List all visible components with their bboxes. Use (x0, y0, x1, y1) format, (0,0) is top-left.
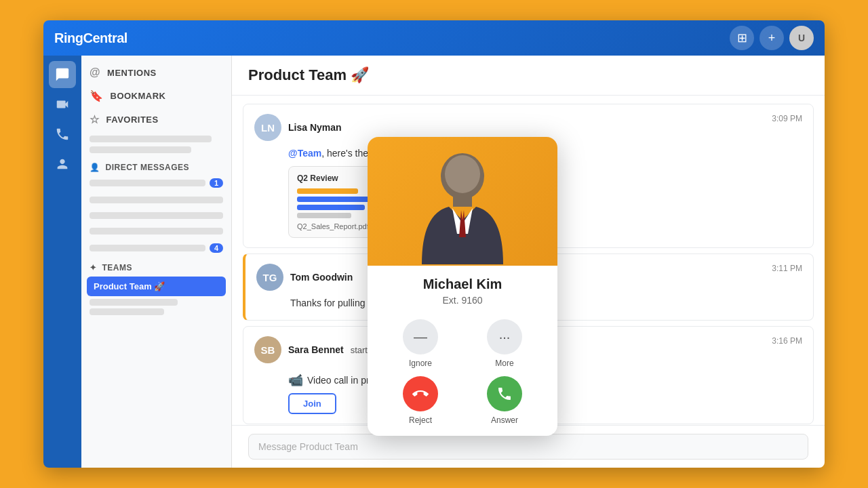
tom-avatar: TG (256, 264, 283, 291)
answer-action[interactable]: Answer (487, 376, 522, 425)
dm-item-1[interactable]: 1 (81, 175, 231, 191)
nav-messages[interactable] (49, 61, 76, 88)
dm-item-3[interactable] (81, 209, 231, 222)
dm-placeholder-4 (90, 228, 223, 235)
icon-nav (43, 56, 81, 468)
body: @ MENTIONS 🔖 BOOKMARK ☆ FAVORITES 👤 DIRE… (43, 56, 825, 468)
ignore-label: Ignore (409, 359, 432, 368)
app-window: RingCentral ⊞ + U @ M (43, 20, 825, 468)
nav-phone[interactable] (49, 121, 76, 148)
svg-point-2 (445, 155, 480, 193)
mentions-icon: @ (90, 66, 100, 79)
team-placeholder-2 (90, 308, 164, 315)
sidebar-placeholder-1 (90, 136, 212, 142)
caller-name: Michael Kim (378, 277, 547, 292)
mention-tag: @Team (288, 148, 321, 159)
teams-icon: ✦ (90, 263, 97, 272)
dm-placeholder-5 (90, 245, 205, 251)
header: RingCentral ⊞ + U (43, 20, 825, 56)
reject-action[interactable]: Reject (403, 376, 438, 425)
call-actions-row2: Reject Answer (368, 373, 557, 436)
dm-item-5[interactable]: 4 (81, 240, 231, 256)
team-placeholder-1 (90, 299, 178, 306)
join-button[interactable]: Join (288, 393, 336, 414)
page-title: Product Team 🚀 (248, 66, 808, 84)
reject-button[interactable] (403, 376, 438, 411)
dm-placeholder-3 (90, 212, 223, 219)
ignore-button[interactable]: — (403, 319, 438, 354)
sidebar: @ MENTIONS 🔖 BOOKMARK ☆ FAVORITES 👤 DIRE… (81, 56, 232, 468)
call-info: Michael Kim Ext. 9160 (368, 266, 557, 311)
team-product-label: Product Team 🚀 (94, 281, 165, 291)
logo: RingCentral (54, 30, 730, 46)
tom-message-header: TG Tom Goodwin (256, 264, 353, 291)
sara-time: 3:16 PM (772, 336, 802, 346)
dm-badge-5: 4 (210, 243, 223, 253)
dm-badge-1: 1 (210, 178, 223, 188)
svg-rect-1 (453, 193, 472, 207)
lisa-sender: Lisa Nyman (288, 122, 342, 133)
lisa-message-header: LN Lisa Nyman (254, 114, 342, 141)
caller-photo (368, 137, 557, 266)
add-button[interactable]: + (760, 26, 784, 50)
dm-item-2[interactable] (81, 193, 231, 207)
team-product[interactable]: Product Team 🚀 (87, 277, 226, 296)
sidebar-item-bookmark[interactable]: 🔖 BOOKMARK (81, 84, 231, 108)
bookmark-icon: 🔖 (90, 89, 104, 102)
sidebar-placeholder-2 (90, 146, 191, 153)
direct-messages-section: 👤 DIRECT MESSAGES (81, 156, 231, 175)
incoming-call-overlay: Michael Kim Ext. 9160 — Ignore ··· More (368, 137, 557, 436)
sidebar-item-favorites[interactable]: ☆ FAVORITES (81, 108, 231, 131)
message-input[interactable]: Message Product Team (248, 434, 808, 460)
more-button[interactable]: ··· (487, 319, 522, 354)
bar-gray (297, 213, 351, 218)
answer-label: Answer (491, 415, 518, 425)
more-action[interactable]: ··· More (487, 319, 522, 368)
more-label: More (495, 359, 513, 368)
dm-icon: 👤 (90, 163, 100, 172)
teams-section: ✦ TEAMS (81, 256, 231, 275)
answer-button[interactable] (487, 376, 522, 411)
ignore-action[interactable]: — Ignore (403, 319, 438, 368)
dm-placeholder-1 (90, 180, 205, 186)
nav-video[interactable] (49, 91, 76, 118)
tom-sender: Tom Goodwin (290, 272, 353, 283)
main-header: Product Team 🚀 (232, 56, 825, 96)
reject-label: Reject (409, 415, 432, 425)
dm-item-4[interactable] (81, 224, 231, 238)
sidebar-item-mentions[interactable]: @ MENTIONS (81, 61, 231, 84)
nav-contacts[interactable] (49, 150, 76, 178)
apps-button[interactable]: ⊞ (730, 26, 754, 50)
header-actions: ⊞ + U (730, 26, 814, 50)
dm-placeholder-2 (90, 197, 223, 203)
bar-orange (297, 188, 358, 194)
bar-blue2 (297, 205, 365, 210)
main-content: Product Team 🚀 LN Lisa Nyman 3:09 PM @Te… (232, 56, 825, 468)
video-call-icon: 📹 (288, 373, 303, 388)
star-icon: ☆ (90, 113, 100, 126)
sara-avatar: SB (254, 336, 281, 363)
lisa-avatar: LN (254, 114, 281, 141)
caller-ext: Ext. 9160 (378, 295, 547, 306)
call-actions-row1: — Ignore ··· More (368, 311, 557, 373)
sara-sender: Sara Bennet (288, 344, 344, 355)
tom-time: 3:11 PM (772, 264, 802, 273)
user-avatar[interactable]: U (789, 26, 814, 50)
lisa-time: 3:09 PM (772, 114, 802, 123)
bar-blue1 (297, 197, 378, 202)
